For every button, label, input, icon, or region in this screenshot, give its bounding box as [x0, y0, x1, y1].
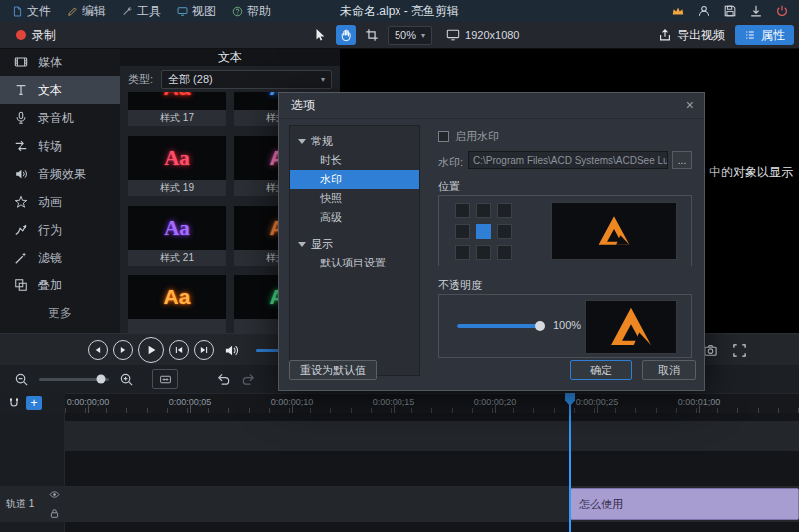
- text-style-tile[interactable]: Aa样式 19: [128, 136, 226, 196]
- properties-button[interactable]: 属性: [735, 25, 794, 45]
- tree-item[interactable]: 时长: [290, 151, 419, 170]
- record-button[interactable]: 录制: [10, 22, 62, 48]
- text-style-tile[interactable]: Aa: [128, 275, 226, 333]
- sidebar-item-media[interactable]: 媒体: [0, 48, 120, 76]
- sidebar-item-filter[interactable]: 滤镜: [0, 244, 120, 271]
- undo-button[interactable]: [216, 372, 231, 387]
- jump-start-button[interactable]: [169, 340, 189, 360]
- select-tool-button[interactable]: [310, 25, 330, 45]
- zoom-slider-knob[interactable]: [96, 375, 105, 384]
- enable-watermark-row[interactable]: 启用水印: [438, 129, 499, 144]
- zoom-level-select[interactable]: 50%▾: [388, 26, 432, 45]
- watermark-position-grid: [455, 203, 512, 260]
- sidebar-item-label: 叠加: [38, 277, 62, 294]
- position-cell[interactable]: [497, 224, 512, 239]
- transport-buttons: [88, 334, 243, 366]
- jump-end-button[interactable]: [194, 340, 214, 360]
- hand-tool-button[interactable]: [336, 25, 356, 45]
- tree-item[interactable]: 默认项目设置: [290, 254, 419, 272]
- download-icon[interactable]: [749, 4, 763, 18]
- sidebar-item-mic[interactable]: 录音机: [0, 104, 120, 132]
- sidebar-item-behavior[interactable]: 行为: [0, 216, 120, 244]
- audio-icon: [14, 167, 28, 181]
- opacity-slider[interactable]: [457, 324, 541, 328]
- sidebar-item-animation[interactable]: 动画: [0, 188, 120, 216]
- tree-item[interactable]: 水印: [290, 170, 419, 189]
- fit-timeline-button[interactable]: [152, 369, 178, 389]
- menu-item-tools[interactable]: 工具: [114, 0, 169, 22]
- play-button[interactable]: [138, 337, 164, 363]
- timeline-ruler[interactable]: 0:00:00;000:00:00;050:00:00;100:00:00;15…: [0, 393, 799, 413]
- sidebar-item-label: 媒体: [38, 54, 62, 71]
- track-visibility-toggle[interactable]: [49, 489, 60, 500]
- type-filter-select[interactable]: 全部 (28)▾: [161, 70, 332, 89]
- prev-frame-button[interactable]: [88, 340, 108, 360]
- power-icon[interactable]: [775, 4, 789, 18]
- menu-item-edit[interactable]: 编辑: [59, 0, 114, 22]
- crown-icon[interactable]: [671, 4, 685, 18]
- zoom-out-icon[interactable]: [14, 372, 29, 387]
- add-track-button[interactable]: +: [26, 396, 42, 410]
- reset-defaults-button[interactable]: 重设为默认值: [289, 360, 377, 380]
- expand-arrow-icon: [298, 139, 306, 144]
- position-cell[interactable]: [455, 245, 470, 260]
- position-cell[interactable]: [497, 245, 512, 260]
- watermark-path-input[interactable]: C:\Program Files\ACD Systems\ACDSee Lux: [468, 151, 668, 169]
- cancel-button[interactable]: 取消: [642, 360, 696, 380]
- playhead[interactable]: [569, 393, 571, 532]
- toolbar-right: 导出视频 属性: [658, 22, 794, 48]
- type-label: 类型:: [128, 72, 153, 87]
- position-cell[interactable]: [455, 203, 470, 218]
- redo-button[interactable]: [241, 372, 256, 387]
- fullscreen-icon[interactable]: [732, 343, 747, 358]
- menu-item-file[interactable]: 文件: [4, 0, 59, 22]
- file-icon: [12, 6, 23, 17]
- snap-magnet-icon[interactable]: [8, 397, 20, 409]
- tree-item[interactable]: 高级: [290, 208, 419, 227]
- position-cell[interactable]: [476, 245, 491, 260]
- user-icon[interactable]: [697, 4, 711, 18]
- tree-group[interactable]: 常规: [290, 132, 419, 151]
- timeline-zoom-slider[interactable]: [39, 378, 109, 381]
- opacity-slider-knob[interactable]: [535, 321, 545, 331]
- preview-tools: [703, 334, 747, 366]
- menu-item-label: 视图: [192, 3, 216, 20]
- tree-item[interactable]: 快照: [290, 189, 419, 208]
- sidebar-item-audio[interactable]: 音频效果: [0, 160, 120, 188]
- style-name-label: 样式 19: [128, 180, 226, 196]
- volume-button[interactable]: [219, 340, 243, 360]
- close-icon[interactable]: ×: [686, 97, 694, 113]
- sidebar-item-more[interactable]: 更多: [0, 299, 120, 327]
- ruler-tick: [699, 404, 700, 413]
- zoom-in-icon[interactable]: [119, 372, 134, 387]
- sidebar-item-overlay[interactable]: 叠加: [0, 271, 120, 299]
- export-video-button[interactable]: 导出视频: [658, 27, 725, 44]
- ok-button[interactable]: 确定: [570, 360, 632, 380]
- timeline-clip[interactable]: 怎么使用: [570, 488, 799, 520]
- ruler-tick: [190, 404, 191, 413]
- watermark-label: 水印:: [438, 155, 463, 170]
- menu-item-view[interactable]: 视图: [169, 0, 224, 22]
- help-icon: [232, 6, 243, 17]
- track-lock-toggle[interactable]: [49, 508, 60, 519]
- position-cell[interactable]: [476, 203, 491, 218]
- snapshot-icon[interactable]: [703, 343, 718, 358]
- opacity-slider-fill: [457, 324, 541, 328]
- crop-tool-button[interactable]: [362, 25, 382, 45]
- position-cell[interactable]: [497, 203, 512, 218]
- next-frame-button[interactable]: [113, 340, 133, 360]
- sidebar-item-transition[interactable]: 转场: [0, 132, 120, 160]
- overlay-icon: [14, 278, 28, 292]
- sidebar-item-text[interactable]: 文本: [0, 76, 120, 104]
- position-cell[interactable]: [455, 224, 470, 239]
- menu-item-help[interactable]: 帮助: [224, 0, 279, 22]
- sidebar-item-label: 录音机: [38, 110, 74, 127]
- tree-group[interactable]: 显示: [290, 235, 419, 254]
- browse-button[interactable]: ...: [672, 151, 692, 169]
- lock-icon: [49, 508, 60, 519]
- tab-text[interactable]: 文本: [120, 48, 340, 66]
- position-cell[interactable]: [476, 224, 491, 239]
- enable-watermark-checkbox[interactable]: [438, 131, 449, 142]
- save-icon[interactable]: [723, 4, 737, 18]
- text-style-tile[interactable]: Aa样式 21: [128, 206, 226, 266]
